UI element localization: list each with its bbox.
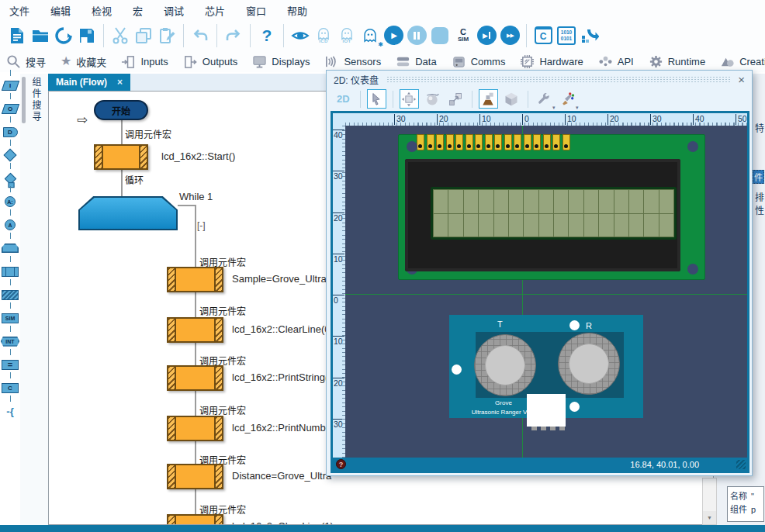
pause-icon [407,26,427,45]
new-file-button[interactable] [6,22,28,49]
ghost-icd-button[interactable]: ICD [313,22,334,49]
paste-button[interactable] [156,22,178,49]
main-toolbar: ? ICD IOT ✱ CSIM ▶ C 10100101 [0,20,765,50]
cube-3d-button[interactable] [502,89,521,109]
menu-debug[interactable]: 调试 [164,3,184,18]
dashboard-title-bar[interactable]: 2D: 仪表盘 × [327,71,752,88]
step-into-button[interactable]: ▶ [476,22,497,49]
category-hardware[interactable]: Hardware [520,54,583,69]
export-transfer-button[interactable] [579,22,601,49]
lcd-component[interactable] [398,134,705,280]
dashboard-workspace[interactable]: T R Grove Ultrasonic Ranger V2.0 [345,126,747,458]
view-binary-button[interactable]: 10100101 [556,22,577,49]
reload-button[interactable] [53,22,74,49]
category-search[interactable]: 搜寻 [6,54,46,69]
flow-macro-node[interactable] [167,365,223,391]
redo-button[interactable] [223,22,244,49]
save-button[interactable] [76,22,98,49]
api-icon [598,54,613,69]
properties-panel-fragment[interactable]: 件 [753,170,764,184]
properties-panel-fragment[interactable]: 特 [755,121,764,134]
pause-button[interactable] [406,22,428,49]
component-search-tab[interactable]: 组件搜寻 [22,77,43,123]
category-comms[interactable]: Comms [452,54,506,69]
lcd-cell [599,214,613,237]
copy-button[interactable] [133,22,154,49]
flow-macro-node[interactable] [167,514,223,525]
category-displays[interactable]: Displays [252,54,310,69]
select-tool-button[interactable] [367,89,386,109]
transducer-core [569,344,609,384]
undo-button[interactable] [189,22,211,49]
lcd-pin [455,134,463,150]
flow-macro-text: lcd_16x2::PrintNumbe [232,422,331,434]
resize-grip[interactable] [736,460,746,469]
category-runtime[interactable]: Runtime [649,54,705,69]
flow-loop-node[interactable] [78,196,178,230]
move-tool-button[interactable] [400,89,419,109]
flow-start-node[interactable]: 开始 [94,100,148,120]
dig-tool-button[interactable] [479,89,498,109]
dashboard-close-icon[interactable]: × [738,74,745,85]
lcd-pin [524,134,531,150]
menu-window[interactable]: 窗口 [246,3,266,18]
step-over-button[interactable] [499,22,521,49]
tab-main-flow[interactable]: Main (Flow) × [48,74,130,91]
properties-panel-fragment[interactable]: 性 [755,203,764,216]
run-button[interactable] [382,22,404,49]
help-button[interactable]: ? [256,22,278,49]
category-sensors[interactable]: Sensors [324,54,381,69]
category-api[interactable]: API [598,54,634,69]
lcd-cell [599,190,613,213]
rotate-tool-button[interactable] [423,89,442,109]
lcd-cell [509,214,523,237]
help-icon[interactable]: ? [336,459,346,469]
lcd-cell [479,190,493,213]
eye-button[interactable] [289,22,311,49]
ghost-debug-button[interactable]: ✱ [359,22,381,49]
color-settings-button[interactable]: ▾ [558,89,577,109]
lcd-pin [504,134,512,150]
ghost-iot-label: IOT [342,39,351,43]
tab-close-icon[interactable]: × [117,77,123,88]
menu-edit[interactable]: 编辑 [50,3,71,18]
outputs-icon [183,54,198,69]
category-favorites[interactable]: ★收藏夹 [61,54,106,69]
cut-button[interactable] [109,22,131,49]
flow-macro-node[interactable] [94,144,148,170]
dialog-drag-texture[interactable] [386,76,730,83]
category-outputs[interactable]: Outputs [183,54,238,69]
flow-macro-node[interactable] [167,267,223,292]
toolbar-separator [103,24,104,47]
flow-collapse-toggle[interactable]: [-] [197,220,206,231]
flow-macro-node[interactable] [167,464,223,489]
canvas-scrollbar[interactable] [702,478,717,525]
category-inputs[interactable]: Inputs [121,54,168,69]
menu-file[interactable]: 文件 [9,3,29,18]
scale-tool-button[interactable] [446,89,466,109]
stop-button[interactable] [429,22,451,49]
category-data[interactable]: Data [396,54,436,69]
cursor-icon [369,92,384,107]
view-c-code-button[interactable]: C [532,22,554,49]
category-creation[interactable]: Creation [720,54,765,69]
open-button[interactable] [29,22,51,49]
panel-grip[interactable] [22,77,26,123]
menu-chip[interactable]: 芯片 [205,3,225,18]
properties-panel-fragment[interactable]: 排 [755,190,764,203]
menu-macro[interactable]: 宏 [133,3,143,18]
dropdown-arrow-icon: ▾ [552,105,556,111]
menu-view[interactable]: 检视 [92,3,112,18]
ghost-iot-button[interactable]: IOT [336,22,358,49]
flow-macro-node[interactable] [167,416,223,441]
scroll-down-icon[interactable] [703,511,716,524]
c-sim-button[interactable]: CSIM [452,22,474,49]
wrench-settings-button[interactable]: ▾ [535,89,554,109]
mounting-hole [407,141,417,152]
ultrasonic-component[interactable]: T R Grove Ultrasonic Ranger V2.0 [449,315,643,418]
lcd-pin [417,134,424,150]
move-icon [401,92,417,107]
flow-macro-node[interactable] [167,317,223,343]
menu-help[interactable]: 帮助 [287,3,307,18]
shape-c-bracket[interactable]: -{ [0,399,20,423]
